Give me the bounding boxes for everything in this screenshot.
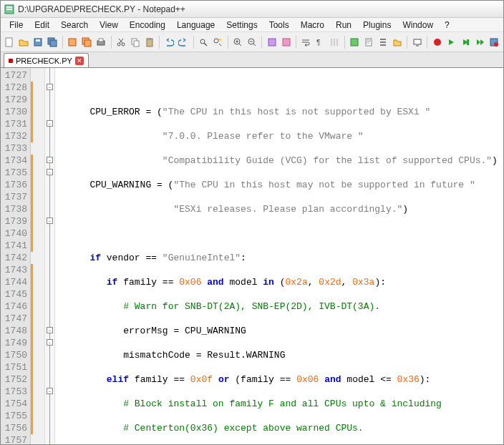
code-area[interactable]: CPU_ERROR = ("The CPU in this host is no… <box>55 68 503 444</box>
svg-rect-18 <box>148 38 151 40</box>
menu-tools[interactable]: Tools <box>263 19 295 31</box>
tab-precheck[interactable]: PRECHECK.PY ✕ <box>4 53 89 67</box>
record-icon[interactable] <box>431 35 443 49</box>
sync-h-icon[interactable] <box>280 35 292 49</box>
menu-macro[interactable]: Macro <box>295 19 330 31</box>
stop-icon[interactable] <box>460 35 472 49</box>
toolbar-separator <box>261 36 262 49</box>
menu-window[interactable]: Window <box>397 19 439 31</box>
svg-rect-3 <box>6 38 12 47</box>
copy-icon[interactable] <box>129 35 141 49</box>
svg-point-20 <box>214 39 218 43</box>
save-icon[interactable] <box>32 35 44 49</box>
print-icon[interactable] <box>95 35 107 49</box>
menu-encoding[interactable]: Encoding <box>124 19 171 31</box>
toolbar-separator <box>228 36 228 49</box>
change-margin <box>31 68 45 444</box>
svg-point-33 <box>494 42 498 47</box>
svg-rect-12 <box>99 39 103 41</box>
svg-rect-8 <box>69 39 76 46</box>
indent-guide-icon[interactable] <box>329 35 341 49</box>
doc-map-icon[interactable] <box>363 35 375 49</box>
zoom-in-icon[interactable] <box>231 35 243 49</box>
folder-icon[interactable] <box>392 35 404 49</box>
svg-rect-24 <box>268 39 276 46</box>
sync-v-icon[interactable] <box>266 35 278 49</box>
save-macro-icon[interactable] <box>488 35 500 49</box>
find-icon[interactable] <box>198 35 210 49</box>
play-multi-icon[interactable] <box>474 35 486 49</box>
svg-point-14 <box>122 43 125 46</box>
svg-text:¶: ¶ <box>316 39 320 47</box>
toolbar-separator <box>427 36 427 49</box>
svg-rect-2 <box>6 9 12 10</box>
line-gutter: 1727172817291730173117321733173417351736… <box>1 68 31 444</box>
toolbar-separator <box>344 36 345 49</box>
toolbar-separator <box>62 36 63 49</box>
play-icon[interactable] <box>445 35 457 49</box>
svg-rect-31 <box>467 39 469 45</box>
menu-file[interactable]: File <box>4 19 29 31</box>
redo-icon[interactable] <box>178 35 190 49</box>
svg-point-13 <box>117 43 120 46</box>
lang-icon[interactable] <box>349 35 361 49</box>
menu-edit[interactable]: Edit <box>29 19 55 31</box>
svg-rect-25 <box>283 39 290 46</box>
tab-label: PRECHECK.PY <box>16 57 72 65</box>
toolbar-separator <box>159 36 160 49</box>
save-all-icon[interactable] <box>47 35 59 49</box>
window-title: D:\UPGRADE\PRECHECK.PY - Notepad++ <box>18 4 185 14</box>
app-icon <box>4 4 15 15</box>
toolbar-separator <box>193 36 194 49</box>
close-icon[interactable] <box>67 35 79 49</box>
titlebar: D:\UPGRADE\PRECHECK.PY - Notepad++ <box>1 1 503 18</box>
func-list-icon[interactable] <box>377 35 389 49</box>
fold-column: -------- <box>45 68 55 444</box>
undo-icon[interactable] <box>163 35 175 49</box>
toolbar-separator <box>407 36 407 49</box>
svg-point-30 <box>434 39 441 46</box>
menu-plugins[interactable]: Plugins <box>357 19 397 31</box>
toolbar-separator <box>296 36 296 49</box>
close-all-icon[interactable] <box>81 35 93 49</box>
toolbar-separator <box>111 36 112 49</box>
svg-rect-5 <box>36 39 40 41</box>
editor: 1727172817291730173117321733173417351736… <box>1 68 503 444</box>
svg-rect-7 <box>50 40 57 47</box>
close-tab-icon[interactable]: ✕ <box>75 57 84 65</box>
wordwrap-icon[interactable] <box>300 35 312 49</box>
svg-rect-27 <box>351 39 358 46</box>
toolbar: ¶ <box>1 32 503 52</box>
svg-rect-29 <box>414 39 421 44</box>
zoom-out-icon[interactable] <box>246 35 258 49</box>
svg-rect-21 <box>218 39 221 41</box>
modified-dot-icon <box>9 59 13 63</box>
svg-rect-16 <box>134 41 139 47</box>
cut-icon[interactable] <box>115 35 127 49</box>
menu-language[interactable]: Language <box>171 19 220 31</box>
paste-icon[interactable] <box>143 35 155 49</box>
menubar: File Edit Search View Encoding Language … <box>1 18 503 32</box>
replace-icon[interactable] <box>212 35 224 49</box>
menu-settings[interactable]: Settings <box>220 19 263 31</box>
tabbar: PRECHECK.PY ✕ <box>1 52 503 68</box>
menu-view[interactable]: View <box>94 19 124 31</box>
menu-run[interactable]: Run <box>330 19 357 31</box>
new-file-icon[interactable] <box>4 35 16 49</box>
menu-search[interactable]: Search <box>55 19 94 31</box>
monitor-icon[interactable] <box>411 35 423 49</box>
svg-rect-10 <box>84 40 91 47</box>
svg-rect-1 <box>6 6 12 8</box>
open-file-icon[interactable] <box>18 35 30 49</box>
show-chars-icon[interactable]: ¶ <box>314 35 326 49</box>
menu-help[interactable]: ? <box>439 19 455 31</box>
